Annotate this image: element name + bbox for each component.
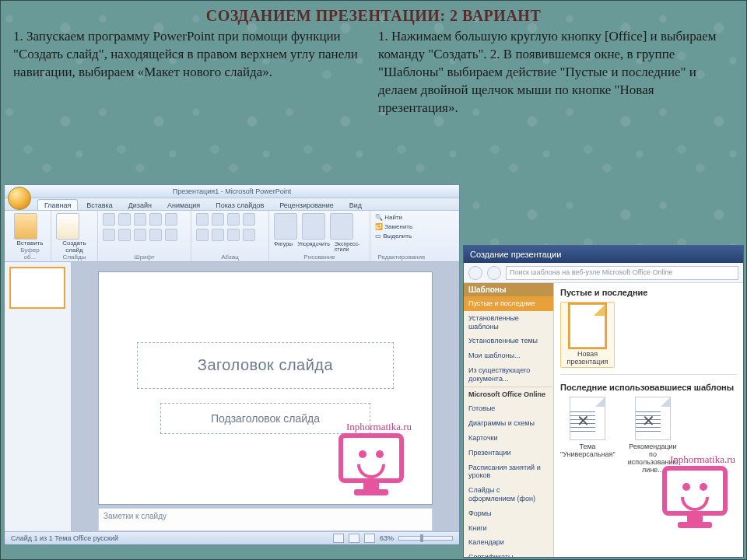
para-icon[interactable]: [227, 213, 240, 226]
status-bar: Слайд 1 из 1 Тема Office русский 63%: [5, 531, 459, 544]
para-icon[interactable]: [212, 229, 224, 241]
office-orb-button[interactable]: [8, 187, 31, 210]
new-slide-button[interactable]: [56, 213, 79, 240]
dialog-toolbar: Поиск шаблона на веб-узле Microsoft Offi…: [464, 263, 743, 283]
para-icon[interactable]: [196, 213, 209, 226]
forward-button[interactable]: [487, 266, 501, 280]
para-icon[interactable]: [227, 229, 240, 241]
sidebar-item-blank[interactable]: Пустые и последние: [464, 296, 553, 311]
sidebar-item-installed-themes[interactable]: Установленные темы: [464, 334, 553, 348]
instruction-columns: 1. Запускаем программу PowerPoint при по…: [1, 25, 746, 117]
template-new-presentation[interactable]: Новая презентация: [560, 302, 615, 368]
group-drawing: Рисование: [274, 254, 365, 261]
dialog-titlebar: Создание презентации: [464, 246, 743, 263]
para-icon[interactable]: [243, 213, 255, 226]
new-slide-label: Создать слайд: [56, 240, 93, 254]
section-blank-title: Пустые и последние: [560, 288, 737, 297]
paste-button[interactable]: [14, 213, 37, 240]
slide-thumb-1[interactable]: [9, 267, 65, 309]
ribbon-tabs: Главная Вставка Дизайн Анимация Показ сл…: [5, 198, 459, 211]
tab-view[interactable]: Вид: [342, 199, 369, 210]
template-search-input[interactable]: Поиск шаблона на веб-узле Microsoft Offi…: [506, 266, 738, 280]
arrange-label: Упорядочить: [297, 241, 330, 252]
find-button[interactable]: 🔍 Найти: [375, 213, 428, 222]
tab-home[interactable]: Главная: [37, 199, 78, 210]
back-button[interactable]: [468, 266, 482, 280]
sidebar-header-online: Microsoft Office Online: [464, 387, 553, 402]
font-icon[interactable]: [103, 213, 115, 226]
font-icon[interactable]: [165, 213, 177, 226]
tab-animation[interactable]: Анимация: [160, 199, 207, 210]
group-clipboard: Буфер об...: [14, 247, 46, 261]
sidebar-item-online[interactable]: Сертификаты: [464, 550, 553, 557]
zoom-value: 63%: [380, 534, 394, 542]
inphormatika-logo: Inphormatika.ru: [656, 455, 737, 530]
font-icon[interactable]: [118, 229, 131, 241]
sidebar-item-online[interactable]: Диаграммы и схемы: [464, 416, 553, 431]
font-icon[interactable]: [165, 229, 177, 241]
group-paragraph: Абзац: [196, 254, 264, 261]
para-icon[interactable]: [212, 213, 224, 226]
sidebar-item-installed-templates[interactable]: Установленные шаблоны: [464, 311, 553, 334]
para-icon[interactable]: [196, 229, 209, 241]
group-font: Шрифт: [103, 254, 186, 261]
arrange-button[interactable]: [302, 213, 325, 240]
slide-thumbnails-pane: [5, 262, 72, 531]
sidebar-item-online[interactable]: Слайды с оформлением (фон): [464, 483, 553, 506]
replace-button[interactable]: 🔁 Заменить: [375, 222, 428, 232]
sidebar-item-online[interactable]: Календари: [464, 535, 553, 550]
template-universal[interactable]: Тема "Универсальная": [560, 397, 615, 474]
template-label: Тема "Универсальная": [560, 443, 615, 458]
sidebar-item-from-existing[interactable]: Из существующего документа...: [464, 363, 553, 387]
select-button[interactable]: ▭ Выделить: [375, 232, 428, 241]
view-show-button[interactable]: [364, 534, 375, 543]
right-instructions: 1. Нажимаем большую круглую кнопку [Offi…: [378, 28, 734, 117]
group-editing: Редактирование: [375, 254, 428, 261]
sidebar-item-online[interactable]: Презентации: [464, 446, 553, 460]
page-title: СОЗДАНИЕМ ПРЕЗЕНТАЦИИ: 2 ВАРИАНТ: [1, 1, 746, 25]
quickstyles-button[interactable]: [330, 213, 353, 240]
view-normal-button[interactable]: [333, 534, 344, 543]
font-icon[interactable]: [103, 229, 115, 241]
logo-url: Inphormatika.ru: [670, 453, 735, 466]
pp-window-title: Презентация1 - Microsoft PowerPoint: [173, 187, 291, 195]
notes-pane[interactable]: Заметки к слайду: [98, 508, 433, 531]
group-slides: Слайды: [56, 254, 93, 261]
paste-label: Вставить: [14, 240, 46, 247]
sidebar-item-online[interactable]: Карточки: [464, 431, 553, 446]
font-icon[interactable]: [149, 229, 162, 241]
sidebar-item-online[interactable]: Расписания занятий и уроков: [464, 460, 553, 484]
sidebar-item-my-templates[interactable]: Мои шаблоны...: [464, 348, 553, 363]
tab-design[interactable]: Дизайн: [121, 199, 159, 210]
sidebar-item-online[interactable]: Готовые: [464, 401, 553, 416]
template-icon: [635, 397, 671, 440]
tab-review[interactable]: Рецензирование: [272, 199, 341, 210]
new-presentation-icon: [570, 304, 605, 348]
tab-slideshow[interactable]: Показ слайдов: [209, 199, 271, 210]
zoom-slider[interactable]: [398, 536, 453, 541]
font-icon[interactable]: [134, 229, 146, 241]
tab-insert[interactable]: Вставка: [79, 199, 119, 210]
font-icon[interactable]: [149, 213, 162, 226]
sidebar-item-online[interactable]: Книги: [464, 521, 553, 536]
font-icon[interactable]: [118, 213, 131, 226]
template-sidebar: Шаблоны Пустые и последние Установленные…: [464, 283, 554, 557]
section-recent-title: Последние использовавшиеся шаблоны: [560, 383, 737, 392]
sidebar-header-templates: Шаблоны: [464, 283, 553, 296]
pp-titlebar: Презентация1 - Microsoft PowerPoint: [5, 185, 459, 198]
divider: [560, 374, 737, 375]
left-instructions: 1. Запускаем программу PowerPoint при по…: [13, 28, 369, 117]
template-icon: [570, 397, 605, 440]
shapes-button[interactable]: [274, 213, 297, 240]
template-label: Новая презентация: [563, 350, 612, 366]
sidebar-item-online[interactable]: Формы: [464, 506, 553, 521]
ribbon: Вставить Буфер об... Создать слайд Слайд…: [5, 211, 459, 262]
shapes-label: Фигуры: [274, 241, 293, 252]
title-placeholder[interactable]: Заголовок слайда: [137, 342, 394, 389]
inphormatika-logo: Inphormatika.ru: [332, 422, 413, 497]
font-icon[interactable]: [134, 213, 146, 226]
para-icon[interactable]: [243, 229, 255, 241]
status-left: Слайд 1 из 1 Тема Office русский: [11, 534, 118, 542]
logo-url: Inphormatika.ru: [346, 421, 412, 433]
view-sorter-button[interactable]: [349, 534, 359, 543]
